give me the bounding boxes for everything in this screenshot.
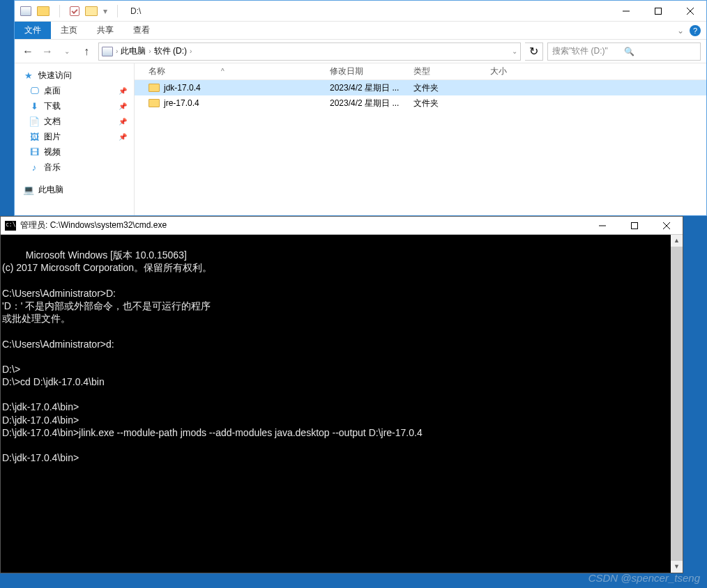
folder-icon [149,99,160,107]
file-type: 文件夹 [413,98,490,109]
search-placeholder: 搜索"软件 (D:)" [552,45,624,57]
col-size-header[interactable]: 大小 [490,65,546,77]
window-controls [610,1,706,22]
sidebar-desktop[interactable]: 🖵 桌面 📌 [15,83,134,98]
pin-icon: 📌 [119,118,127,125]
window-title: D:\ [130,6,141,16]
separator [59,5,60,17]
explorer-window: ▾ D:\ 文件 主页 共享 查看 ⌄ ? ← → ⌄ ↑ › 此电脑 › 软件… [14,0,707,216]
tab-view[interactable]: 查看 [123,22,160,39]
file-date: 2023/4/2 星期日 ... [330,82,413,94]
cmd-title: 管理员: C:\Windows\system32\cmd.exe [20,219,167,231]
scroll-up-icon[interactable]: ▲ [671,235,683,247]
document-icon: 📄 [29,116,40,127]
breadcrumb-pc[interactable]: 此电脑 [121,45,146,57]
tab-home[interactable]: 主页 [51,22,87,39]
sidebar-label: 音乐 [44,162,61,173]
svg-rect-5 [632,222,638,229]
explorer-titlebar[interactable]: ▾ D:\ [15,1,706,22]
cmd-icon [5,221,16,231]
sidebar[interactable]: ★ 快速访问 🖵 桌面 📌 ⬇ 下载 📌 📄 文档 📌 🖼 图片 � [15,63,135,215]
cmd-output[interactable]: Microsoft Windows [版本 10.0.15063] (c) 20… [1,235,683,573]
video-icon: 🎞 [29,146,40,157]
pc-icon: 💻 [23,184,34,195]
up-button[interactable]: ↑ [79,44,94,59]
scrollbar[interactable]: ▲ ▼ [671,235,683,573]
cmd-titlebar[interactable]: 管理员: C:\Windows\system32\cmd.exe [1,217,683,235]
folder-icon [149,84,160,92]
close-button[interactable] [651,217,683,235]
picture-icon: 🖼 [29,131,40,142]
minimize-button[interactable] [586,217,618,235]
sidebar-label: 图片 [44,131,61,143]
recent-button[interactable]: ⌄ [59,44,75,59]
address-bar-row: ← → ⌄ ↑ › 此电脑 › 软件 (D:) › ⌄ ↻ 搜索"软件 (D:)… [15,40,706,63]
quick-access-toolbar: ▾ D:\ [15,5,146,17]
tab-file[interactable]: 文件 [15,22,51,39]
sidebar-this-pc[interactable]: 💻 此电脑 [15,182,134,197]
sidebar-label: 快速访问 [38,70,72,82]
cmd-window: 管理员: C:\Windows\system32\cmd.exe Microso… [0,216,683,573]
sidebar-label: 此电脑 [38,184,63,196]
file-type: 文件夹 [413,82,490,94]
sidebar-label: 视频 [44,146,61,158]
file-date: 2023/4/2 星期日 ... [330,98,413,109]
forward-button[interactable]: → [40,44,55,59]
scroll-down-icon[interactable]: ▼ [671,561,683,573]
chevron-right-icon[interactable]: › [116,47,118,55]
column-headers[interactable]: 名称^ 修改日期 类型 大小 [135,63,706,80]
explorer-body: ★ 快速访问 🖵 桌面 📌 ⬇ 下载 📌 📄 文档 📌 🖼 图片 � [15,63,706,215]
sidebar-quick-access[interactable]: ★ 快速访问 [15,68,134,83]
col-name-header[interactable]: 名称 [149,66,165,76]
search-input[interactable]: 搜索"软件 (D:)" 🔍 [547,42,701,61]
scroll-thumb[interactable] [671,247,683,561]
file-row[interactable]: jre-17.0.4 2023/4/2 星期日 ... 文件夹 [135,95,706,111]
chevron-right-icon[interactable]: › [149,47,151,55]
properties-icon[interactable] [70,6,79,16]
overflow-icon[interactable]: ▾ [103,6,107,16]
open-folder-icon[interactable] [85,6,98,16]
minimize-button[interactable] [610,1,642,22]
star-icon: ★ [23,70,34,81]
maximize-button[interactable] [618,217,651,235]
col-type-header[interactable]: 类型 [413,65,490,77]
file-row[interactable]: jdk-17.0.4 2023/4/2 星期日 ... 文件夹 [135,80,706,95]
drive-icon [102,47,113,56]
sidebar-downloads[interactable]: ⬇ 下载 📌 [15,98,134,114]
col-date-header[interactable]: 修改日期 [330,65,413,77]
address-dropdown-icon[interactable]: ⌄ [512,47,517,55]
file-name: jdk-17.0.4 [164,83,201,93]
sidebar-label: 下载 [44,100,61,112]
file-list[interactable]: jdk-17.0.4 2023/4/2 星期日 ... 文件夹 jre-17.0… [135,80,706,215]
separator [117,5,118,17]
breadcrumb-drive[interactable]: 软件 (D:) [154,45,187,57]
pin-icon: 📌 [119,133,127,141]
svg-rect-1 [655,8,662,14]
sidebar-label: 文档 [44,116,61,127]
music-icon: ♪ [29,162,40,173]
cmd-text: Microsoft Windows [版本 10.0.15063] (c) 20… [2,249,423,463]
ribbon-tabs: 文件 主页 共享 查看 ⌄ ? [15,22,706,40]
desktop-icon: 🖵 [29,85,40,96]
breadcrumb[interactable]: › 此电脑 › 软件 (D:) › ⌄ [98,42,521,61]
search-icon[interactable]: 🔍 [624,47,696,56]
sidebar-music[interactable]: ♪ 音乐 [15,160,134,175]
close-button[interactable] [674,1,706,22]
refresh-button[interactable]: ↻ [525,42,543,61]
sidebar-label: 桌面 [44,85,61,97]
sidebar-videos[interactable]: 🎞 视频 [15,144,134,160]
tab-share[interactable]: 共享 [87,22,123,39]
drive-icon [20,6,31,16]
maximize-button[interactable] [642,1,674,22]
chevron-right-icon[interactable]: › [190,47,192,55]
sidebar-documents[interactable]: 📄 文档 📌 [15,114,134,129]
watermark: CSDN @spencer_tseng [588,572,700,584]
sidebar-pictures[interactable]: 🖼 图片 📌 [15,129,134,144]
back-button[interactable]: ← [20,44,36,59]
ribbon-expand-icon[interactable]: ⌄ [677,26,684,36]
help-icon[interactable]: ? [690,25,701,36]
file-list-area: 名称^ 修改日期 类型 大小 jdk-17.0.4 2023/4/2 星期日 .… [135,63,706,215]
download-icon: ⬇ [29,100,40,111]
pin-icon: 📌 [119,102,127,110]
folder-icon [37,6,50,16]
